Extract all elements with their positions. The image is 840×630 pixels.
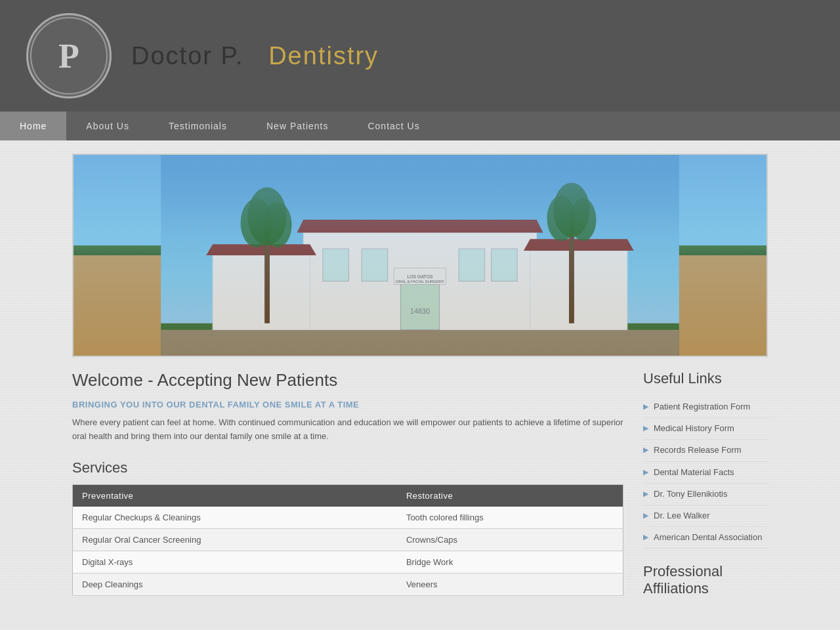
table-header-row: Preventative Restorative — [73, 484, 623, 507]
logo-letter: P — [58, 37, 79, 75]
table-cell: Regular Checkups & Cleanings — [73, 507, 397, 529]
site-title: Doctor P. Dentistry — [131, 42, 379, 70]
nav-item-home[interactable]: Home — [0, 112, 66, 140]
sidebar-link-item[interactable]: ▶American Dental Association — [643, 527, 768, 549]
professional-affiliations-heading: Professional Affiliations — [643, 563, 768, 597]
services-section: Services Preventative Restorative Regula… — [72, 459, 623, 596]
sidebar-link-label: Dr. Lee Walker — [654, 510, 710, 522]
sidebar-link-item[interactable]: ▶Records Release Form — [643, 440, 768, 461]
sidebar-link-item[interactable]: ▶Dr. Lee Walker — [643, 505, 768, 527]
arrow-icon: ▶ — [643, 490, 648, 498]
sidebar-link-label: American Dental Association — [654, 532, 762, 543]
arrow-icon: ▶ — [643, 402, 648, 411]
welcome-section: Welcome - Accepting New Patients BRINGIN… — [72, 370, 623, 444]
table-cell: Digital X-rays — [73, 551, 397, 573]
sidebar-link-item[interactable]: ▶Dr. Tony Ellenikiotis — [643, 484, 768, 505]
site-title-black: Doctor P. — [131, 42, 243, 70]
nav-item-new-patients[interactable]: New Patients — [247, 112, 348, 140]
useful-links-title: Useful Links — [643, 370, 768, 387]
services-heading: Services — [72, 459, 623, 476]
hero-image: LOS GATOS ORAL & FACIAL SURGERY 14830 — [72, 154, 768, 357]
main-column: Welcome - Accepting New Patients BRINGIN… — [72, 370, 623, 597]
arrow-icon: ▶ — [643, 424, 648, 432]
welcome-tagline: BRINGING YOU INTO OUR DENTAL FAMILY ONE … — [72, 400, 623, 410]
content-wrapper: LOS GATOS ORAL & FACIAL SURGERY 14830 We… — [72, 140, 768, 623]
sidebar-link-label: Records Release Form — [654, 444, 742, 456]
site-title-gold: Dentistry — [268, 42, 379, 70]
col-preventative: Preventative — [73, 484, 397, 507]
two-col-layout: Welcome - Accepting New Patients BRINGIN… — [72, 370, 768, 597]
table-cell: Tooth colored fillings — [397, 507, 623, 529]
table-cell: Crowns/Caps — [397, 528, 623, 551]
nav-item-contact[interactable]: Contact Us — [348, 112, 439, 140]
welcome-heading: Welcome - Accepting New Patients — [72, 370, 623, 390]
sidebar-link-label: Medical History Form — [654, 423, 734, 434]
arrow-icon: ▶ — [643, 468, 648, 476]
sidebar-link-item[interactable]: ▶Patient Registration Form — [643, 396, 768, 418]
site-header: P Doctor P. Dentistry — [0, 0, 840, 112]
sidebar-link-label: Patient Registration Form — [654, 401, 750, 413]
table-row: Deep CleaningsVeneers — [73, 573, 623, 595]
nav-item-testimonials[interactable]: Testimonials — [149, 112, 247, 140]
table-cell: Bridge Work — [397, 551, 623, 573]
col-restorative: Restorative — [397, 484, 623, 507]
table-row: Digital X-raysBridge Work — [73, 551, 623, 573]
arrow-icon: ▶ — [643, 446, 648, 454]
services-table: Preventative Restorative Regular Checkup… — [72, 484, 623, 596]
table-row: Regular Checkups & CleaningsTooth colore… — [73, 507, 623, 529]
table-cell: Regular Oral Cancer Screening — [73, 528, 397, 551]
sidebar-link-label: Dental Material Facts — [654, 467, 734, 478]
table-cell: Veneers — [397, 573, 623, 595]
nav-item-about[interactable]: About Us — [66, 112, 149, 140]
table-row: Regular Oral Cancer ScreeningCrowns/Caps — [73, 528, 623, 551]
arrow-icon: ▶ — [643, 533, 648, 541]
table-cell: Deep Cleanings — [73, 573, 397, 595]
links-list: ▶Patient Registration Form▶Medical Histo… — [643, 396, 768, 549]
arrow-icon: ▶ — [643, 511, 648, 520]
sidebar-link-label: Dr. Tony Ellenikiotis — [654, 488, 727, 500]
welcome-text: Where every patient can feel at home. Wi… — [72, 416, 623, 444]
sidebar-link-item[interactable]: ▶Dental Material Facts — [643, 462, 768, 484]
main-nav: Home About Us Testimonials New Patients … — [0, 112, 840, 140]
logo: P — [26, 13, 112, 98]
sidebar-link-item[interactable]: ▶Medical History Form — [643, 418, 768, 440]
sidebar: Useful Links ▶Patient Registration Form▶… — [643, 370, 768, 597]
